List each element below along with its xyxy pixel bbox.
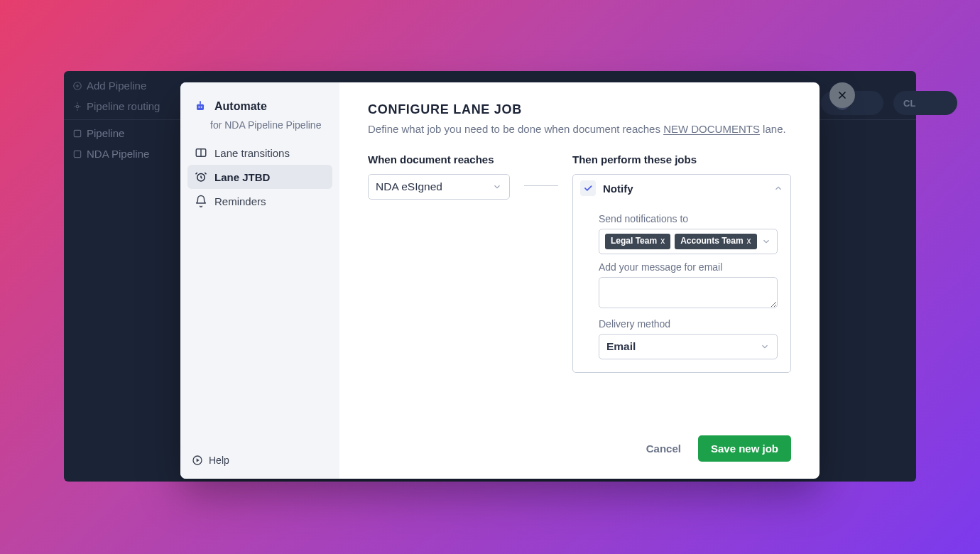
svg-rect-2 <box>74 130 80 136</box>
delivery-select[interactable]: Email <box>599 334 778 359</box>
tag-remove[interactable]: x <box>747 237 751 246</box>
main-description: Define what job you need to be done when… <box>368 123 791 135</box>
chevron-down-icon <box>760 342 770 352</box>
columns-icon <box>195 146 207 159</box>
job-title: Notify <box>603 183 766 195</box>
notifications-multiselect[interactable]: Legal Teamx Accounts Teamx <box>599 229 778 254</box>
svg-point-6 <box>201 107 202 108</box>
message-textarea[interactable] <box>599 277 778 308</box>
job-check-icon-box <box>580 180 596 196</box>
svg-point-1 <box>76 105 79 108</box>
close-icon <box>837 89 848 101</box>
alarm-icon <box>195 170 207 183</box>
chevron-up-icon <box>773 183 783 193</box>
sidebar-item-reminders[interactable]: Reminders <box>187 189 332 213</box>
configure-modal: Automate for NDA Pipeline Pipeline Lane … <box>180 82 820 479</box>
when-select-value: NDA eSIgned <box>376 180 442 193</box>
sidebar-item-label: Lane JTBD <box>214 171 270 183</box>
svg-rect-3 <box>74 151 80 157</box>
sidebar-title: Automate <box>214 100 267 113</box>
then-label: Then perform these jobs <box>572 153 791 165</box>
notifications-label: Send notifications to <box>599 213 780 224</box>
message-label: Add your message for email <box>599 261 780 273</box>
sidebar-subtitle: for NDA Pipeline Pipeline <box>187 119 332 131</box>
main-title: CONFIGURE LANE JOB <box>368 102 791 117</box>
modal-main: CONFIGURE LANE JOB Define what job you n… <box>339 82 820 479</box>
tag-remove[interactable]: x <box>660 237 665 246</box>
sidebar-item-lane-jtbd[interactable]: Lane JTBD <box>187 165 332 189</box>
sidebar-item-lane-transitions[interactable]: Lane transitions <box>187 141 332 165</box>
bg-tab-b[interactable]: CL <box>893 91 957 115</box>
check-icon <box>583 183 593 193</box>
svg-point-5 <box>198 107 200 108</box>
sidebar-item-label: Lane transitions <box>214 147 290 159</box>
automate-icon <box>193 99 207 114</box>
tag-accounts-team[interactable]: Accounts Teamx <box>675 234 756 249</box>
job-card: Notify Send notifications to Legal Teamx… <box>572 174 791 373</box>
job-header[interactable]: Notify <box>573 175 790 202</box>
close-button[interactable] <box>829 82 855 108</box>
sidebar-title-row: Automate <box>187 95 332 118</box>
lane-link[interactable]: NEW DOCUMENTS <box>663 123 760 135</box>
save-new-job-button[interactable]: Save new job <box>698 435 791 462</box>
svg-point-7 <box>200 101 201 102</box>
play-icon <box>192 455 203 466</box>
connector-line <box>524 173 558 198</box>
when-select[interactable]: NDA eSIgned <box>368 174 510 200</box>
bell-icon <box>195 195 207 207</box>
modal-sidebar: Automate for NDA Pipeline Pipeline Lane … <box>180 82 339 479</box>
sidebar-item-label: Reminders <box>214 195 266 207</box>
delivery-select-value: Email <box>606 340 636 353</box>
chevron-down-icon <box>492 182 502 192</box>
help-link[interactable]: Help <box>187 452 332 469</box>
tag-legal-team[interactable]: Legal Teamx <box>605 234 670 249</box>
delivery-label: Delivery method <box>599 318 780 330</box>
when-label: When document reaches <box>368 153 510 165</box>
svg-rect-4 <box>197 104 204 110</box>
chevron-down-icon <box>761 237 771 246</box>
cancel-button[interactable]: Cancel <box>646 442 681 455</box>
